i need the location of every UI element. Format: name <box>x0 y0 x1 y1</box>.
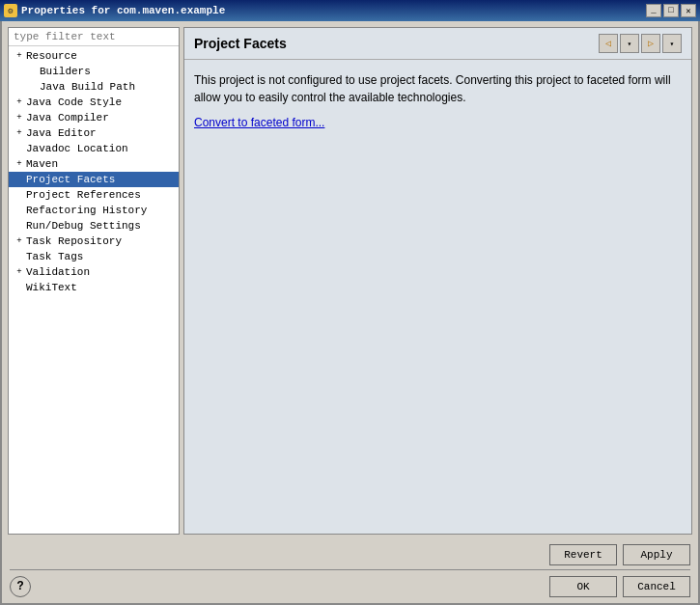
expander-task-repository[interactable] <box>13 234 26 248</box>
tree-label-validation: Validation <box>26 266 90 278</box>
tree-label-java-compiler: Java Compiler <box>26 112 109 124</box>
revert-button[interactable]: Revert <box>549 544 617 565</box>
revert-apply-row: Revert Apply <box>10 544 690 565</box>
forward-dropdown-button[interactable]: ▾ <box>662 34 682 53</box>
filter-input[interactable] <box>9 28 179 46</box>
tree-label-resource: Resource <box>26 50 77 62</box>
content-area: ResourceBuildersJava Build PathJava Code… <box>2 21 698 540</box>
tree-label-project-references: Project References <box>26 189 141 201</box>
expander-maven[interactable] <box>13 157 26 171</box>
title-bar-left: ⚙ Properties for com.maven.example <box>4 4 225 17</box>
tree-label-refactoring-history: Refactoring History <box>26 205 147 216</box>
convert-link[interactable]: Convert to faceted form... <box>194 116 324 129</box>
expander-project-references <box>13 188 26 202</box>
tree-label-java-build-path: Java Build Path <box>40 81 135 93</box>
tree-label-task-repository: Task Repository <box>26 235 122 247</box>
tree-item-task-tags[interactable]: Task Tags <box>9 249 179 264</box>
panel-content: This project is not configured to use pr… <box>184 60 691 534</box>
tree-label-run-debug-settings: Run/Debug Settings <box>26 220 141 232</box>
tree-label-builders: Builders <box>40 66 91 77</box>
dialog: ResourceBuildersJava Build PathJava Code… <box>0 21 700 605</box>
ok-button[interactable]: OK <box>549 576 617 597</box>
divider <box>10 569 690 570</box>
ok-cancel-row: ? OK Cancel <box>10 576 690 597</box>
tree-label-javadoc-location: Javadoc Location <box>26 143 128 154</box>
tree-label-task-tags: Task Tags <box>26 251 83 262</box>
back-arrow-icon: ◁ <box>605 38 611 49</box>
tree-item-task-repository[interactable]: Task Repository <box>9 234 179 249</box>
panel-description: This project is not configured to use pr… <box>194 71 682 106</box>
back-button[interactable]: ◁ <box>599 34 618 53</box>
tree-item-project-references[interactable]: Project References <box>9 187 179 203</box>
tree-item-wikitext[interactable]: WikiText <box>9 280 179 295</box>
expander-wikitext <box>13 281 26 294</box>
tree-item-run-debug-settings[interactable]: Run/Debug Settings <box>9 218 179 234</box>
back-dropdown-icon: ▾ <box>628 40 632 48</box>
window-icon: ⚙ <box>4 4 17 17</box>
tree-item-javadoc-location[interactable]: Javadoc Location <box>9 141 179 156</box>
forward-dropdown-icon: ▾ <box>670 40 675 48</box>
expander-resource[interactable] <box>13 49 26 63</box>
panel-toolbar: ◁ ▾ ▷ ▾ <box>599 34 682 53</box>
tree-item-project-facets[interactable]: Project Facets <box>9 172 179 187</box>
expander-task-tags <box>13 250 26 263</box>
expander-builders <box>26 65 40 78</box>
forward-arrow-icon: ▷ <box>648 38 654 49</box>
panel-header: Project Facets ◁ ▾ ▷ ▾ <box>184 28 691 60</box>
tree-label-java-editor: Java Editor <box>26 127 97 139</box>
expander-java-build-path <box>26 80 40 94</box>
tree-item-maven[interactable]: Maven <box>9 156 179 172</box>
title-bar: ⚙ Properties for com.maven.example _ □ ✕ <box>0 0 700 21</box>
tree-label-java-code-style: Java Code Style <box>26 96 122 108</box>
tree-item-validation[interactable]: Validation <box>9 264 179 280</box>
title-controls: _ □ ✕ <box>646 4 696 17</box>
expander-java-editor[interactable] <box>13 126 26 140</box>
forward-button[interactable]: ▷ <box>641 34 660 53</box>
tree-label-maven: Maven <box>26 158 58 170</box>
cancel-button[interactable]: Cancel <box>623 576 690 597</box>
apply-button[interactable]: Apply <box>623 544 690 565</box>
tree-item-builders[interactable]: Builders <box>9 64 179 79</box>
close-button[interactable]: ✕ <box>681 4 696 17</box>
right-panel: Project Facets ◁ ▾ ▷ ▾ T <box>183 27 692 535</box>
tree-item-resource[interactable]: Resource <box>9 48 179 64</box>
expander-validation[interactable] <box>13 265 26 279</box>
tree-area: ResourceBuildersJava Build PathJava Code… <box>9 46 179 534</box>
help-button[interactable]: ? <box>10 576 31 597</box>
expander-java-compiler[interactable] <box>13 111 26 124</box>
expander-java-code-style[interactable] <box>13 96 26 109</box>
left-panel: ResourceBuildersJava Build PathJava Code… <box>8 27 180 535</box>
tree-item-java-compiler[interactable]: Java Compiler <box>9 110 179 125</box>
tree-item-java-build-path[interactable]: Java Build Path <box>9 79 179 95</box>
back-dropdown-button[interactable]: ▾ <box>620 34 639 53</box>
expander-project-facets <box>13 173 26 186</box>
expander-run-debug-settings <box>13 219 26 233</box>
tree-label-wikitext: WikiText <box>26 282 77 293</box>
tree-item-refactoring-history[interactable]: Refactoring History <box>9 203 179 218</box>
window-title: Properties for com.maven.example <box>21 5 225 16</box>
bottom-section: Revert Apply ? OK Cancel <box>2 540 698 603</box>
expander-javadoc-location <box>13 142 26 155</box>
tree-item-java-editor[interactable]: Java Editor <box>9 125 179 141</box>
panel-title: Project Facets <box>194 36 287 51</box>
minimize-button[interactable]: _ <box>646 4 661 17</box>
maximize-button[interactable]: □ <box>663 4 679 17</box>
tree-label-project-facets: Project Facets <box>26 174 115 185</box>
expander-refactoring-history <box>13 204 26 217</box>
tree-item-java-code-style[interactable]: Java Code Style <box>9 95 179 110</box>
